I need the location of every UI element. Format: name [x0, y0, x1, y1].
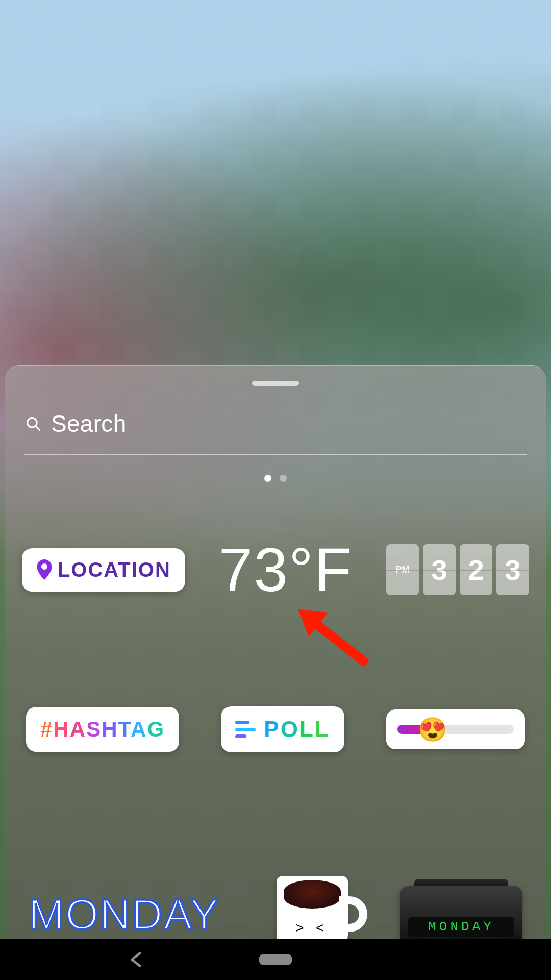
coffee-mug-sticker[interactable]: > < — [266, 876, 353, 939]
day-text-label: MONDAY — [29, 890, 219, 938]
day-text-sticker[interactable]: MONDAY — [29, 890, 219, 939]
boombox-handle — [414, 879, 508, 886]
clock-sticker[interactable]: PM 3 2 3 — [386, 544, 529, 595]
nav-back-button[interactable] — [127, 950, 146, 969]
sticker-row-2: #HASHTAG POLL 😍 — [5, 706, 546, 752]
sticker-row-3: MONDAY > < MONDAY — [5, 876, 546, 939]
pager-dot-inactive[interactable] — [280, 475, 287, 482]
temperature-value: 73°F — [219, 535, 353, 604]
boombox-led-text: MONDAY — [428, 919, 494, 935]
hashtag-label: #HASHTAG — [40, 717, 165, 742]
location-sticker[interactable]: LOCATION — [22, 548, 185, 592]
sticker-drawer[interactable]: Search LOCATION 73°F PM — [5, 365, 546, 939]
hashtag-sticker[interactable]: #HASHTAG — [26, 707, 179, 752]
emoji-slider-sticker[interactable]: 😍 — [386, 709, 525, 749]
poll-label: POLL — [264, 717, 330, 742]
temperature-sticker[interactable]: 73°F — [219, 539, 353, 600]
sticker-search[interactable]: Search — [24, 401, 527, 446]
location-sticker-label: LOCATION — [58, 558, 171, 581]
boombox-led-panel: MONDAY — [408, 917, 514, 937]
nav-spacer — [405, 950, 424, 969]
nav-home-button[interactable] — [259, 954, 292, 965]
mug-face-icon: > < — [266, 920, 353, 936]
search-divider — [24, 454, 527, 455]
drawer-grabber[interactable] — [252, 381, 299, 386]
clock-card-period: PM — [386, 544, 419, 595]
clock-card-m2: 3 — [496, 544, 529, 595]
poll-sticker[interactable]: POLL — [221, 706, 344, 752]
search-icon — [24, 415, 42, 432]
sticker-row-1: LOCATION 73°F PM 3 2 3 — [5, 539, 546, 600]
emoji-slider-track: 😍 — [397, 725, 514, 734]
android-navigation-bar — [0, 939, 551, 980]
search-placeholder: Search — [51, 410, 127, 437]
poll-bars-icon — [235, 721, 256, 738]
clock-card-hour: 3 — [423, 544, 456, 595]
svg-line-1 — [36, 426, 40, 430]
boombox-sticker[interactable]: MONDAY — [400, 886, 522, 939]
pager-dot-active[interactable] — [264, 475, 271, 482]
clock-card-m1: 2 — [460, 544, 492, 595]
sticker-pager[interactable] — [264, 475, 287, 482]
story-sticker-picker-screen: Search LOCATION 73°F PM — [0, 0, 551, 980]
location-pin-icon — [36, 559, 53, 580]
mug-coffee — [284, 880, 341, 909]
emoji-slider-knob[interactable]: 😍 — [418, 716, 447, 743]
